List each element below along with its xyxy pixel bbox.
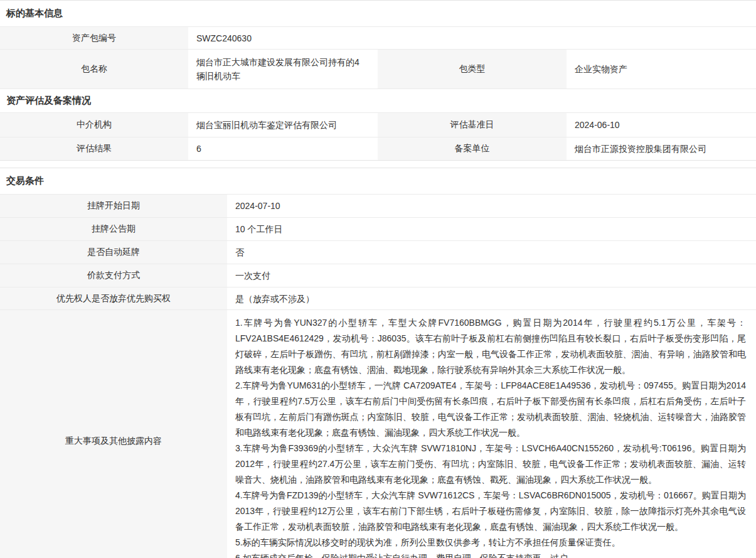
disclosure-item-5: 5.标的车辆实际情况以移交时的现状为准，所列公里数仅供参考，转让方不承担任何质量… (235, 535, 746, 550)
disclosure-item-3: 3.车牌号为鲁F39369的小型轿车，大众汽车牌 SVW71810NJ，车架号：… (235, 441, 746, 488)
filing-unit-value: 烟台市正源投资控股集团有限公司 (567, 137, 756, 160)
priority-right-waiver-label: 优先权人是否放弃优先购买权 (0, 287, 227, 309)
asset-detail-page: 标的基本信息 资产包编号 SWZC240630 包名称 烟台市正大城市建设发展有… (0, 0, 756, 558)
asset-package-no-value: SWZC240630 (188, 27, 756, 49)
priority-right-waiver-value: 是（放弃或不涉及） (227, 287, 756, 309)
trade-conditions-table: 交易条件 挂牌开始日期 2024-07-10 挂牌公告期 10 个工作日 是否自… (0, 168, 756, 558)
section-title-evaluation: 资产评估及备案情况 (0, 89, 756, 112)
table-row: 中介机构 烟台宝丽旧机动车鉴定评估有限公司 评估基准日 2024-06-10 (0, 112, 756, 137)
base-date-label: 评估基准日 (378, 113, 567, 137)
table-row: 挂牌开始日期 2024-07-10 (0, 194, 756, 217)
payment-method-value: 一次支付 (227, 264, 756, 287)
table-row: 挂牌公告期 10 个工作日 (0, 217, 756, 240)
table-row: 资产包编号 SWZC240630 (0, 26, 756, 49)
table-row: 评估结果 6 备案单位 烟台市正源投资控股集团有限公司 (0, 137, 756, 160)
basic-info-table: 标的基本信息 资产包编号 SWZC240630 包名称 烟台市正大城市建设发展有… (0, 0, 756, 161)
listing-start-date-label: 挂牌开始日期 (0, 195, 227, 217)
eval-result-label: 评估结果 (0, 137, 188, 160)
disclosure-content: 1.车牌号为鲁YUN327的小型轿车，车型大众牌FV7160BBMGG，购置日期… (227, 310, 756, 558)
section-title-basic-info: 标的基本信息 (0, 1, 756, 26)
agency-value: 烟台宝丽旧机动车鉴定评估有限公司 (188, 113, 378, 137)
listing-start-date-value: 2024-07-10 (227, 195, 756, 217)
payment-method-label: 价款支付方式 (0, 264, 227, 287)
package-type-label: 包类型 (378, 50, 567, 89)
asset-package-no-label: 资产包编号 (0, 27, 188, 49)
package-name-value: 烟台市正大城市建设发展有限公司持有的4辆旧机动车 (188, 50, 378, 89)
disclosure-item-6: 6.如车辆成交后年检、保险过期由受让方自行办理，费用自理。保险不支持变更、过户。 (235, 550, 746, 558)
section-title-trade-conditions: 交易条件 (0, 168, 756, 194)
agency-label: 中介机构 (0, 113, 188, 137)
eval-result-value: 6 (188, 137, 378, 160)
package-type-value: 企业实物资产 (567, 50, 756, 89)
package-name-label: 包名称 (0, 50, 188, 89)
disclosure-label: 重大事项及其他披露内容 (0, 310, 227, 558)
disclosure-item-4: 4.车牌号为鲁FZD139的小型轿车，大众汽车牌 SVW71612CS，车架号：… (235, 488, 746, 535)
table-row: 包名称 烟台市正大城市建设发展有限公司持有的4辆旧机动车 包类型 企业实物资产 (0, 49, 756, 89)
table-row: 价款支付方式 一次支付 (0, 264, 756, 287)
listing-period-value: 10 个工作日 (227, 218, 756, 240)
auto-extension-value: 否 (227, 241, 756, 264)
filing-unit-label: 备案单位 (378, 137, 567, 160)
listing-period-label: 挂牌公告期 (0, 218, 227, 240)
base-date-value: 2024-06-10 (567, 113, 756, 137)
table-row: 优先权人是否放弃优先购买权 是（放弃或不涉及） (0, 287, 756, 309)
section-gap (0, 161, 756, 168)
table-row-disclosure: 重大事项及其他披露内容 1.车牌号为鲁YUN327的小型轿车，车型大众牌FV71… (0, 309, 756, 558)
table-row: 是否自动延牌 否 (0, 240, 756, 264)
disclosure-item-1: 1.车牌号为鲁YUN327的小型轿车，车型大众牌FV7160BBMGG，购置日期… (235, 315, 746, 378)
auto-extension-label: 是否自动延牌 (0, 241, 227, 264)
disclosure-item-2: 2.车牌号为鲁YUM631的小型轿车，一汽牌 CA7209ATE4，车架号：LF… (235, 378, 746, 441)
